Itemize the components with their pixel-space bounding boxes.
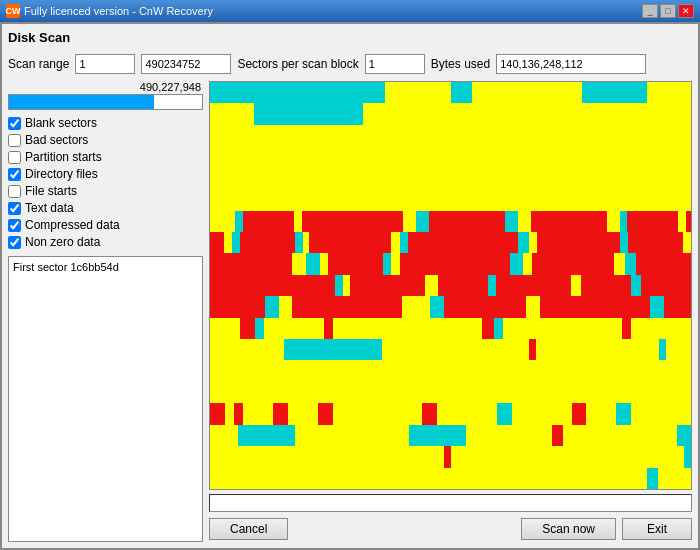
window-frame: Disk Scan Scan range Sectors per scan bl… [0,22,700,550]
checkbox-blank-sectors-input[interactable] [8,117,21,130]
scan-row-8 [210,232,691,253]
checkbox-directory-files[interactable]: Directory files [8,167,203,181]
window-title: Disk Scan [8,30,692,45]
maximize-button[interactable]: □ [660,4,676,18]
progress-value: 490,227,948 [8,81,203,93]
checkbox-partition-starts-input[interactable] [8,151,21,164]
app-title: Fully licenced version - CnW Recovery [24,5,213,17]
scan-row-12 [210,318,691,339]
progress-bar-container [8,94,203,110]
scan-row-4 [210,146,691,167]
checkbox-non-zero-data-input[interactable] [8,236,21,249]
scan-row-15 [210,382,691,403]
button-row: Cancel Scan now Exit [209,516,692,542]
checkbox-partition-starts-label: Partition starts [25,150,102,164]
scan-row-14 [210,360,691,381]
checkbox-partition-starts[interactable]: Partition starts [8,150,203,164]
bottom-bar: Cancel Scan now Exit [209,494,692,542]
scan-now-button[interactable]: Scan now [521,518,616,540]
checkbox-compressed-data[interactable]: Compressed data [8,218,203,232]
checkbox-compressed-data-input[interactable] [8,219,21,232]
scan-row-2 [210,103,691,124]
checkbox-compressed-data-label: Compressed data [25,218,120,232]
close-button[interactable]: ✕ [678,4,694,18]
scan-row-1 [210,82,691,103]
scan-row-10 [210,275,691,296]
info-box-text: First sector 1c6bb54d [13,261,119,273]
checkbox-non-zero-data-label: Non zero data [25,235,100,249]
checkbox-directory-files-label: Directory files [25,167,98,181]
checkbox-text-data-label: Text data [25,201,74,215]
scan-visualization [209,81,692,490]
scan-end-input[interactable] [141,54,231,74]
scan-row-16 [210,403,691,424]
scan-start-input[interactable] [75,54,135,74]
bytes-label: Bytes used [431,57,490,71]
scan-rows-container [210,82,691,489]
scan-range-row: Scan range Sectors per scan block Bytes … [8,51,692,77]
cancel-button[interactable]: Cancel [209,518,288,540]
progress-bar-fill [9,95,154,109]
app-icon: CW [6,4,20,18]
scan-row-6 [210,189,691,210]
checkbox-file-starts-input[interactable] [8,185,21,198]
sectors-label: Sectors per scan block [237,57,358,71]
bytes-input[interactable] [496,54,646,74]
status-bar [209,494,692,512]
checkbox-non-zero-data[interactable]: Non zero data [8,235,203,249]
scan-row-17 [210,425,691,446]
window-controls: _ □ ✕ [642,4,694,18]
scan-row-3 [210,125,691,146]
checkbox-text-data[interactable]: Text data [8,201,203,215]
checkbox-blank-sectors[interactable]: Blank sectors [8,116,203,130]
info-box: First sector 1c6bb54d [8,256,203,542]
scan-row-19 [210,468,691,489]
scan-row-9 [210,253,691,274]
checkbox-blank-sectors-label: Blank sectors [25,116,97,130]
scan-row-5 [210,168,691,189]
sectors-input[interactable] [365,54,425,74]
scan-row-18 [210,446,691,467]
main-content: 490,227,948 Blank sectors Bad sectors Pa… [8,81,692,542]
checkbox-bad-sectors[interactable]: Bad sectors [8,133,203,147]
checkbox-directory-files-input[interactable] [8,168,21,181]
scan-row-7 [210,211,691,232]
title-bar: CW Fully licenced version - CnW Recovery… [0,0,700,22]
minimize-button[interactable]: _ [642,4,658,18]
left-panel: 490,227,948 Blank sectors Bad sectors Pa… [8,81,203,542]
checkbox-bad-sectors-label: Bad sectors [25,133,88,147]
checkbox-file-starts[interactable]: File starts [8,184,203,198]
exit-button[interactable]: Exit [622,518,692,540]
checkbox-bad-sectors-input[interactable] [8,134,21,147]
scan-range-label: Scan range [8,57,69,71]
checkbox-text-data-input[interactable] [8,202,21,215]
scan-row-11 [210,296,691,317]
right-panel: Cancel Scan now Exit [209,81,692,542]
scan-row-13 [210,339,691,360]
checkbox-file-starts-label: File starts [25,184,77,198]
progress-section: 490,227,948 [8,81,203,110]
